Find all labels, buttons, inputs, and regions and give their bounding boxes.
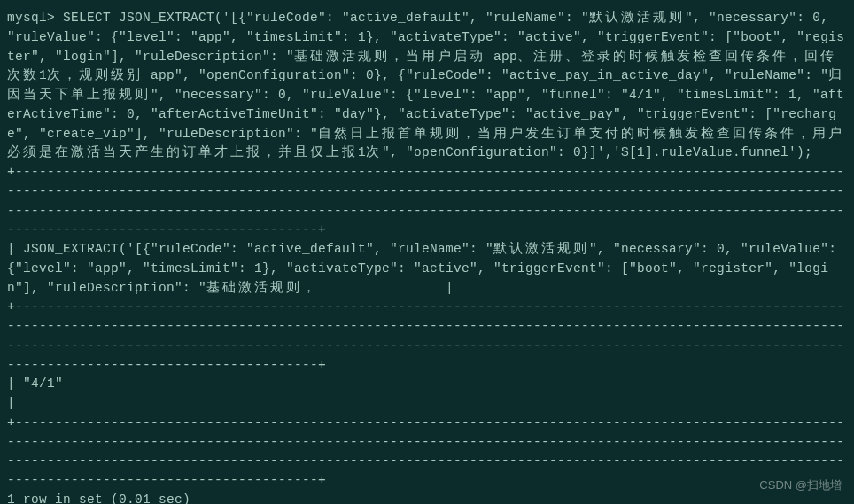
table-header-1: | JSON_EXTRACT('[{"ruleCode": "active_de… <box>7 242 493 256</box>
query-text-1: SELECT JSON_EXTRACT('[{"ruleCode": "acti… <box>63 11 589 25</box>
query-text-7: 1 <box>358 145 366 159</box>
table-result-row: | "4/1" <box>7 376 854 410</box>
query-cjk-7: 次 <box>366 145 382 159</box>
table-divider-bottom: +---------------------------------------… <box>7 415 844 487</box>
query-text-4: 1 <box>39 68 47 82</box>
terminal-output: mysql> SELECT JSON_EXTRACT('[{"ruleCode"… <box>7 9 847 504</box>
query-text-8: ", "openConfiguration": 0}]','$[1].ruleV… <box>382 145 812 159</box>
mysql-prompt: mysql> <box>7 11 63 25</box>
table-header-3: | <box>318 281 454 295</box>
query-text-5: app", "openConfiguration": 0}, {"ruleCod… <box>143 68 828 82</box>
table-divider-top: +---------------------------------------… <box>7 165 844 236</box>
query-cjk-2: 基础激活规则，当用户启动 <box>294 50 485 64</box>
table-header-cjk-2: 基础激活规则， <box>206 281 318 295</box>
query-footer: 1 row in set (0.01 sec) <box>7 492 190 504</box>
table-header-cjk-1: 默认激活规则 <box>493 242 589 256</box>
query-cjk-1: 默认激活规则 <box>589 11 685 25</box>
query-cjk-4: 次，规则级别 <box>47 68 143 82</box>
table-divider-mid: +---------------------------------------… <box>7 299 844 371</box>
query-text-3: app <box>485 50 517 64</box>
watermark-text: CSDN @扫地增 <box>759 477 842 494</box>
